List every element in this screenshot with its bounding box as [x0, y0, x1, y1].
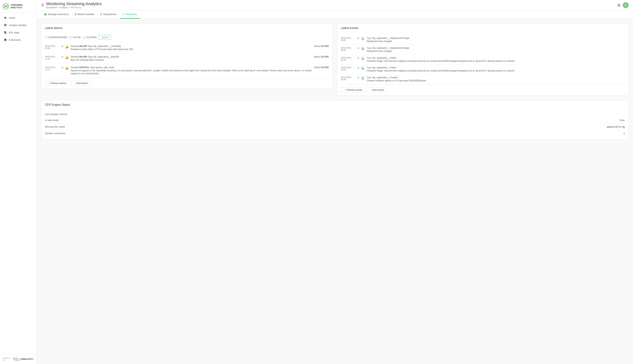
puzzle-icon: 🧩 [44, 13, 47, 16]
event-message-1: Deployment was changed [367, 40, 625, 43]
filter-active-label: ACTIVE [73, 36, 81, 39]
cep-row-safe-mode: Is safe mode false [45, 117, 625, 124]
monitor-icon: ⬡ [123, 13, 125, 16]
filter-active[interactable]: ACTIVE [69, 36, 81, 39]
cep-section: CEP ENGINE STATUS Is safe mode false Mic… [45, 113, 625, 136]
event-indicator-5 [358, 77, 359, 79]
event-signal-icon-2: 📡 [361, 47, 365, 50]
prev-alarms-button[interactable]: ← Previous alarms [45, 81, 69, 86]
tab-blocks-installed[interactable]: ⊞ Blocks installed [72, 10, 97, 19]
top-header: ☰ Monitoring Streaming Analytics Ecosyst… [37, 0, 633, 10]
alarm-severity-3: Severity CRITICAL Type apama_safe_mode [71, 66, 312, 69]
sidebar-item-epl-apps[interactable]: EPL Apps [0, 29, 37, 36]
alarm-bell-icon-3: 🔔 [65, 66, 69, 70]
sidebar-logo: STREAMING ANALYTICS [0, 0, 37, 13]
svg-point-10 [7, 7, 8, 8]
powered-by-text: powered by [3, 357, 12, 361]
grid-icon[interactable]: ⊞ [617, 3, 620, 7]
svg-point-7 [4, 5, 5, 6]
event-item-4: 25/01/2025, 08:46 📡 Type c8y_Application… [341, 64, 625, 74]
event-type-1: Type c8y_Application__DeploymentChange [367, 37, 625, 40]
event-indicator-1 [358, 38, 359, 39]
sidebar-item-home-label: Home [9, 16, 16, 19]
event-type-4: Type c8y_Application__Pulled [367, 66, 625, 69]
prev-events-button[interactable]: ← Previous events [341, 88, 365, 92]
filter-acknowledged-radio[interactable] [45, 36, 47, 39]
hamburger-icon[interactable]: ☰ [41, 3, 44, 7]
breadcrumb-ecosystem[interactable]: Ecosystem [46, 6, 57, 9]
alarm-details-2: Severity MAJOR Type c8y_Application__Bac… [71, 56, 312, 62]
event-item-2: 25/01/2025, 08:46 📡 Type c8y_Application… [341, 45, 625, 55]
cep-value-extensions: 1 [354, 130, 625, 136]
event-time-5: 25/01/2025, 08:46 [341, 76, 356, 81]
events-panel-body: 25/01/2025, 08:46 📡 Type c8y_Application… [337, 32, 628, 96]
cep-row-microservice: Microservice name apama-ctrl-1c-4g [45, 123, 625, 130]
extensions-icon [4, 38, 7, 42]
sidebar-footer: powered by ⠿⣿⣦ CUMULOCITY [0, 354, 37, 364]
event-item-1: 25/01/2025, 08:46 📡 Type c8y_Application… [341, 35, 625, 45]
sidebar-item-epl-apps-label: EPL Apps [9, 31, 20, 34]
event-details-2: Type c8y_Application__DeploymentChange D… [367, 47, 625, 53]
event-item-3: 25/01/2025, 09:46 📡 Type c8y_Application… [341, 55, 625, 65]
event-message-5: Created container apama-ctrl-1c-4g-scope… [367, 79, 625, 82]
sidebar-item-analytics-builder[interactable]: Analytics Builder [0, 22, 37, 29]
alarm-pagination: ← Previous alarms → Next alarms [45, 78, 329, 86]
svg-point-8 [7, 5, 8, 6]
user-avatar[interactable]: C [623, 2, 628, 8]
alarms-column: Latest alarms ACKNOWLEDGED ACTIVE [41, 23, 333, 100]
tab-repositories[interactable]: ☰ Repositories [97, 10, 119, 19]
filter-cleared[interactable]: CLEARED [83, 36, 97, 39]
events-panel: Latest events 25/01/2025, 08:46 📡 [337, 23, 628, 96]
filter-acknowledged[interactable]: ACKNOWLEDGED [45, 36, 67, 39]
sidebar-item-analytics-builder-label: Analytics Builder [9, 24, 27, 26]
event-signal-icon-5: 📡 [361, 76, 365, 80]
page-title-section: Monitoring Streaming Analytics Ecosystem… [46, 2, 102, 9]
tab-manage-extensions[interactable]: 🧩 Manage extensions [41, 10, 72, 19]
event-signal-icon-4: 📡 [361, 66, 365, 70]
event-message-2: Deployment was changed [367, 50, 625, 53]
events-pagination: ← Previous events → Next events [341, 85, 625, 92]
events-panel-header: Latest events [337, 24, 628, 32]
events-column: Latest events 25/01/2025, 08:46 📡 [337, 23, 628, 100]
filter-acknowledged-label: ACKNOWLEDGED [48, 36, 67, 39]
cep-value-microservice: apama-ctrl-1c-4g [354, 123, 625, 130]
cep-status-table: Is safe mode false Microservice name apa… [45, 117, 625, 136]
sidebar-item-extensions-label: Extensions [9, 38, 21, 41]
filter-active-radio[interactable] [69, 36, 72, 39]
cep-table-label: CEP ENGINE STATUS [45, 113, 625, 116]
search-button[interactable]: Search [99, 35, 111, 40]
cep-engine-panel-header: CEP Engine Status [41, 100, 628, 109]
logo-text: STREAMING ANALYTICS [11, 4, 23, 9]
cep-label-microservice: Microservice name [45, 123, 354, 130]
tabs-bar: 🧩 Manage extensions ⊞ Blocks installed ☰… [37, 10, 633, 19]
streaming-analytics-logo [3, 3, 9, 10]
alarm-status-1: Status ACTIVE [314, 45, 329, 48]
event-type-3: Type c8y_Application__Pulled [367, 57, 625, 59]
event-details-1: Type c8y_Application__DeploymentChange D… [367, 37, 625, 43]
alarm-severity-1: Severity MAJOR Type c8y_Application__Unh… [71, 45, 312, 48]
sidebar-item-extensions[interactable]: Extensions [0, 36, 37, 44]
content-area: Latest alarms ACKNOWLEDGED ACTIVE [37, 19, 633, 364]
sidebar: STREAMING ANALYTICS Home Analytics Build… [0, 0, 37, 364]
event-type-5: Type c8y_Application__Created [367, 76, 625, 79]
alarm-status-2: Status ACTIVE [314, 56, 329, 58]
alarms-title: Latest alarms [45, 26, 63, 30]
alarm-details-3: Severity CRITICAL Type apama_safe_mode A… [71, 66, 312, 75]
svg-point-9 [4, 7, 5, 8]
event-time-1: 25/01/2025, 08:46 [341, 37, 356, 41]
tab-monitoring[interactable]: ⬡ Monitoring [120, 10, 140, 19]
filter-cleared-radio[interactable] [83, 36, 85, 39]
breadcrumb-monitoring: Monitoring [71, 6, 81, 9]
alarm-message-2: Back-off restarting failed container [71, 58, 312, 62]
home-icon [4, 16, 7, 20]
alarm-severity-2: Severity MAJOR Type c8y_Application__Bac… [71, 56, 312, 58]
event-details-4: Type c8y_Application__Pulled Container i… [367, 66, 625, 72]
breadcrumb: Ecosystem > Analytics > Monitoring [46, 6, 102, 9]
breadcrumb-analytics[interactable]: Analytics [60, 6, 68, 9]
next-events-button[interactable]: → Next events [367, 88, 387, 92]
event-details-5: Type c8y_Application__Created Created co… [367, 76, 625, 82]
event-signal-icon-3: 📡 [361, 57, 365, 60]
next-alarms-button[interactable]: → Next alarms [71, 81, 91, 86]
cep-row-extensions: Number extensions 1 [45, 130, 625, 136]
sidebar-item-home[interactable]: Home [0, 14, 37, 22]
